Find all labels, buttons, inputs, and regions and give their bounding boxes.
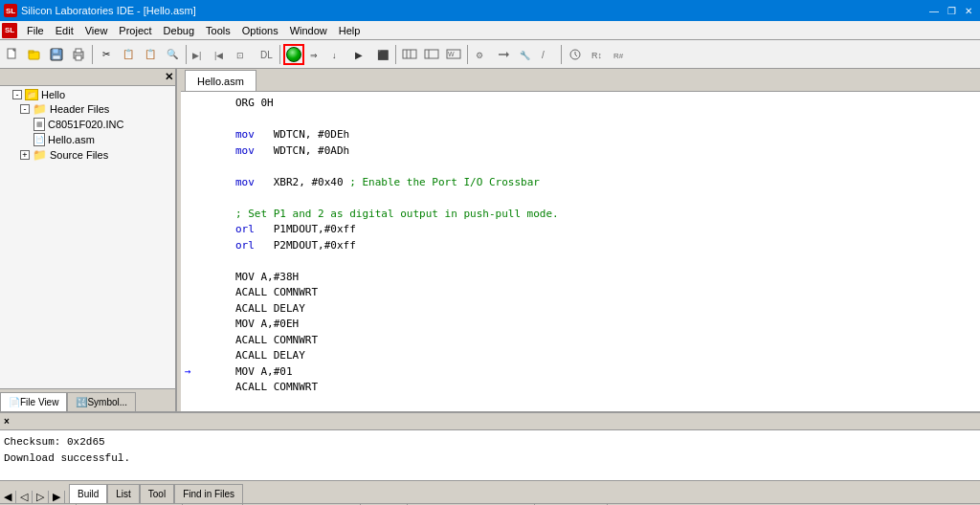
watch-button[interactable]: W [443, 44, 464, 65]
svg-rect-9 [76, 55, 81, 60]
tree-source-files[interactable]: + 📁 Source Files [2, 147, 173, 163]
run-button[interactable]: ▶ [349, 44, 370, 65]
list-tab[interactable]: List [107, 484, 140, 503]
copy-button[interactable]: 📋 [118, 44, 139, 65]
minimize-button[interactable]: — [926, 4, 942, 17]
new-file-button[interactable] [2, 44, 23, 65]
build-tab[interactable]: Build [69, 484, 107, 503]
console-header-label: × [4, 416, 10, 427]
editor-tab-hello[interactable]: Hello.asm [185, 70, 256, 91]
extra-btn-3[interactable]: 🔧 [515, 44, 536, 65]
extra-btn-6[interactable]: R↕ [587, 44, 608, 65]
symbol-tab[interactable]: 🔣 Symbol... [67, 392, 136, 411]
svg-line-32 [575, 55, 577, 56]
app-logo: SL [2, 23, 17, 38]
cut-button[interactable]: ✂ [96, 44, 117, 65]
extra-btn-1[interactable]: ⚙ [471, 44, 492, 65]
menu-help[interactable]: Help [333, 24, 367, 37]
code-area[interactable]: ORG 0H mov WDTCN, #0DEh mov WDTCN, #0ADh… [181, 92, 980, 411]
tree-inc-file[interactable]: ▦ C8051F020.INC [2, 117, 173, 132]
console-scroll-right[interactable]: ▷ [36, 491, 49, 503]
menu-file[interactable]: File [21, 24, 50, 37]
svg-text:🔧: 🔧 [520, 50, 531, 61]
project-tree[interactable]: - 📁 Hello - 📁 Header Files ▦ C8051F020.I… [0, 86, 175, 388]
list-tab-label: List [116, 489, 131, 499]
toolbar-separator-5 [467, 45, 468, 64]
tree-root-label: Hello [41, 89, 65, 100]
extra-btn-5[interactable] [565, 44, 586, 65]
editor-tabs: Hello.asm [181, 69, 980, 92]
toolbar-btn-4[interactable]: DL [256, 44, 277, 65]
svg-text:R#: R# [613, 52, 624, 60]
toolbar-btn-2[interactable]: |◀ [212, 44, 233, 65]
source-folder-icon: 📁 [33, 148, 47, 162]
file-view-tab[interactable]: 📄 File View [0, 392, 67, 411]
paste-button[interactable]: 📋 [140, 44, 161, 65]
extra-btn-7[interactable]: R# [609, 44, 630, 65]
svg-text:⊡: ⊡ [236, 51, 244, 60]
reg-button[interactable] [421, 44, 442, 65]
toolbar-btn-1[interactable]: ▶| [189, 44, 211, 65]
menu-project[interactable]: Project [113, 24, 157, 37]
console-line: Download successful. [4, 450, 976, 467]
menu-debug[interactable]: Debug [158, 24, 200, 37]
connect-button[interactable] [283, 44, 304, 65]
inc-file-label: C8051F020.INC [48, 119, 124, 130]
halt-button[interactable]: ⬛ [371, 44, 392, 65]
left-panel-tabs: 📄 File View 🔣 Symbol... [0, 388, 175, 411]
toolbar-separator-3 [279, 45, 280, 64]
panel-close-button[interactable]: ✕ [165, 71, 173, 83]
svg-marker-27 [506, 52, 509, 57]
extra-btn-4[interactable]: / [537, 44, 558, 65]
extra-btn-2[interactable] [493, 44, 514, 65]
header-expand-icon[interactable]: - [20, 104, 30, 114]
svg-rect-3 [29, 51, 33, 53]
svg-text:R↕: R↕ [591, 51, 602, 60]
svg-rect-21 [425, 50, 438, 58]
svg-rect-18 [403, 50, 416, 58]
step-over-button[interactable]: ⇒ [305, 44, 326, 65]
title-controls[interactable]: — ❐ ✕ [926, 4, 976, 17]
step-into-button[interactable]: ↓ [327, 44, 348, 65]
left-panel-header: ✕ [0, 69, 175, 86]
find-in-files-tab[interactable]: Find in Files [174, 484, 243, 503]
tool-tab[interactable]: Tool [140, 484, 174, 503]
svg-text:DL: DL [260, 50, 273, 60]
tree-root[interactable]: - 📁 Hello [2, 88, 173, 101]
connection-status-indicator [286, 47, 301, 62]
build-tab-label: Build [78, 489, 99, 499]
maximize-button[interactable]: ❐ [944, 4, 959, 17]
svg-text:▶|: ▶| [192, 51, 201, 60]
console-area: × Checksum: 0x2d65 Download successful. … [0, 411, 980, 503]
tree-header-files[interactable]: - 📁 Header Files [2, 101, 173, 117]
svg-text:/: / [542, 50, 545, 60]
open-file-button[interactable] [24, 44, 45, 65]
console-output: Checksum: 0x2d65 Download successful. Do… [0, 430, 980, 480]
title-bar: SL Silicon Laboratories IDE - [Hello.asm… [0, 0, 980, 21]
menu-tools[interactable]: Tools [200, 24, 236, 37]
close-button[interactable]: ✕ [961, 4, 976, 17]
source-expand-icon[interactable]: + [20, 150, 30, 160]
console-header: × [0, 413, 980, 430]
editor-tab-label: Hello.asm [197, 76, 244, 87]
svg-text:|◀: |◀ [214, 51, 223, 60]
code-content: ORG 0H mov WDTCN, #0DEh mov WDTCN, #0ADh… [185, 96, 976, 396]
console-scroll-right2[interactable]: ▶ [53, 491, 65, 503]
main-area: ✕ - 📁 Hello - 📁 Header Files ▦ C8051F020… [0, 69, 980, 411]
toolbar-btn-3[interactable]: ⊡ [234, 44, 255, 65]
menu-edit[interactable]: Edit [50, 24, 79, 37]
console-scroll-left2[interactable]: ◁ [20, 491, 33, 503]
mem-button[interactable] [399, 44, 420, 65]
title-bar-title: SL Silicon Laboratories IDE - [Hello.asm… [4, 4, 196, 17]
expand-icon[interactable]: - [12, 90, 22, 99]
print-button[interactable] [68, 44, 89, 65]
save-button[interactable] [46, 44, 67, 65]
find-button[interactable]: 🔍 [162, 44, 183, 65]
svg-text:W: W [448, 51, 455, 57]
menu-window[interactable]: Window [284, 24, 333, 37]
tree-asm-file[interactable]: 📄 Hello.asm [2, 132, 173, 147]
menu-options[interactable]: Options [236, 24, 284, 37]
svg-text:▶: ▶ [355, 50, 363, 60]
console-scroll-left[interactable]: ◀ [4, 491, 16, 503]
menu-view[interactable]: View [79, 24, 114, 37]
